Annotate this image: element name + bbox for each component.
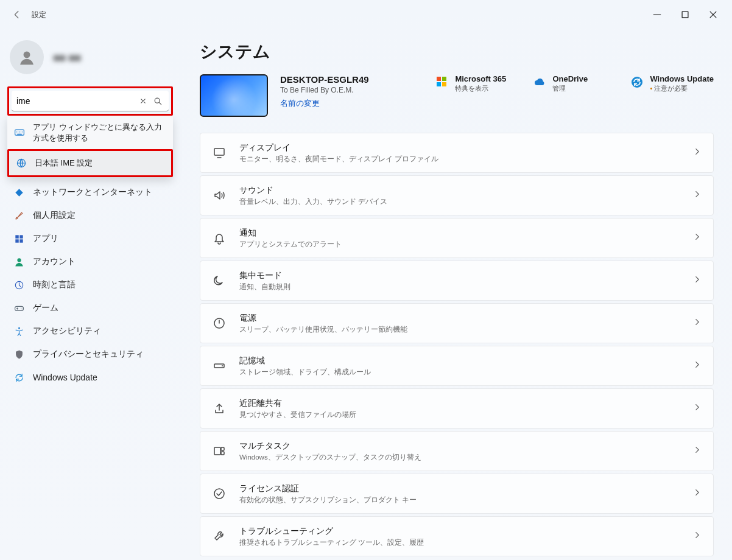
settings-item-title: 記憶域: [239, 355, 680, 366]
rename-link[interactable]: 名前の変更: [280, 98, 320, 109]
settings-item-subtitle: アプリとシステムでのアラート: [239, 240, 680, 249]
minimize-button[interactable]: [643, 5, 671, 24]
sidebar-item-label: アプリ: [33, 233, 58, 244]
page-title: システム: [200, 40, 714, 63]
shield-icon: [13, 349, 24, 360]
chevron-right-icon: [692, 189, 702, 201]
settings-item-title: 電源: [239, 313, 680, 324]
power-icon: [211, 315, 227, 331]
account-name: ■■ ■■: [54, 52, 81, 63]
nav-list: ネットワークとインターネット個人用設定アプリアカウント時刻と言語ゲームアクセシビ…: [6, 181, 183, 389]
service-title: Microsoft 365: [455, 74, 506, 83]
titlebar: 設定: [0, 0, 732, 29]
gamepad-icon: [13, 303, 24, 313]
update-icon: [13, 372, 24, 383]
service-subtitle: 特典を表示: [455, 84, 506, 93]
time-icon: [13, 279, 24, 290]
settings-item-title: トラブルシューティング: [239, 526, 680, 537]
pc-subtitle: To Be Filled By O.E.M.: [280, 86, 369, 94]
settings-item-title: 近距離共有: [239, 398, 680, 409]
chevron-right-icon: [692, 317, 702, 329]
settings-item[interactable]: ライセンス認証 有効化の状態、サブスクリプション、プロダクト キー: [200, 474, 714, 514]
settings-item[interactable]: 集中モード 通知、自動規則: [200, 261, 714, 301]
search-result-label: アプリ ウィンドウごとに異なる入力方式を使用する: [33, 122, 166, 143]
chevron-right-icon: [692, 232, 702, 244]
window-title: 設定: [32, 10, 46, 20]
sidebar-item-label: 時刻と言語: [33, 279, 76, 290]
chevron-right-icon: [692, 147, 702, 159]
service-card[interactable]: OneDrive 管理: [533, 74, 612, 93]
settings-item[interactable]: サウンド 音量レベル、出力、入力、サウンド デバイス: [200, 175, 714, 215]
search-icon[interactable]: [152, 95, 164, 107]
settings-item[interactable]: マルチタスク Windows、デスクトップのスナップ、タスクの切り替え: [200, 431, 714, 471]
brush-icon: [13, 210, 24, 221]
avatar: [10, 40, 44, 74]
account-block[interactable]: ■■ ■■: [6, 35, 183, 84]
settings-item-subtitle: スリープ、バッテリ使用状況、バッテリー節約機能: [239, 325, 680, 334]
settings-item-subtitle: 推奨されるトラブルシューティング ツール、設定、履歴: [239, 538, 680, 547]
person-icon: [13, 256, 24, 267]
settings-item-subtitle: 音量レベル、出力、入力、サウンド デバイス: [239, 197, 680, 206]
sidebar-item[interactable]: ネットワークとインターネット: [6, 181, 174, 204]
settings-item-title: ライセンス認証: [239, 483, 680, 494]
cloud-icon: [533, 75, 546, 89]
access-icon: [13, 326, 24, 337]
moon-icon: [211, 273, 227, 289]
chevron-right-icon: [692, 530, 702, 542]
settings-item-subtitle: 通知、自動規則: [239, 282, 680, 292]
search-highlight-frame: [7, 86, 173, 116]
settings-item[interactable]: ディスプレイ モニター、明るさ、夜間モード、ディスプレイ プロファイル: [200, 133, 714, 173]
sidebar-item-label: ゲーム: [33, 303, 58, 313]
settings-item[interactable]: トラブルシューティング 推奨されるトラブルシューティング ツール、設定、履歴: [200, 516, 714, 556]
service-title: Windows Update: [650, 74, 714, 83]
share-icon: [211, 401, 227, 416]
sidebar-item[interactable]: プライバシーとセキュリティ: [6, 343, 174, 366]
bell-icon: [211, 230, 227, 246]
service-title: OneDrive: [552, 74, 588, 83]
sidebar-item[interactable]: 時刻と言語: [6, 273, 174, 296]
settings-item[interactable]: 記憶域 ストレージ領域、ドライブ、構成ルール: [200, 346, 714, 386]
maximize-button[interactable]: [671, 5, 699, 24]
back-button[interactable]: [5, 2, 29, 27]
service-card[interactable]: Windows Update 注意が必要: [630, 74, 714, 93]
pc-header-row: DESKTOP-ESGLR49 To Be Filled By O.E.M. 名…: [200, 74, 714, 117]
service-subtitle: 注意が必要: [650, 84, 714, 93]
display-icon: [211, 145, 227, 161]
settings-item[interactable]: 近距離共有 見つけやすさ、受信ファイルの場所: [200, 388, 714, 429]
settings-item-title: マルチタスク: [239, 441, 680, 452]
settings-item-subtitle: モニター、明るさ、夜間モード、ディスプレイ プロファイル: [239, 155, 680, 164]
search-result-item[interactable]: アプリ ウィンドウごとに異なる入力方式を使用する: [7, 116, 173, 149]
sidebar-item[interactable]: アカウント: [6, 250, 174, 273]
search-input[interactable]: [16, 96, 135, 106]
sidebar-item[interactable]: ゲーム: [6, 296, 174, 320]
keyboard-icon: [13, 127, 26, 139]
settings-item-title: 通知: [239, 228, 680, 239]
search-result-highlight-frame: 日本語 IME 設定: [7, 149, 173, 177]
settings-item-subtitle: 有効化の状態、サブスクリプション、プロダクト キー: [239, 495, 680, 505]
globe-icon: [15, 157, 27, 169]
pc-thumbnail[interactable]: [200, 74, 268, 117]
sidebar-item[interactable]: 個人用設定: [6, 204, 174, 227]
chevron-right-icon: [692, 488, 702, 500]
sidebar-item[interactable]: アプリ: [6, 227, 174, 250]
service-card[interactable]: Microsoft 365 特典を表示: [435, 74, 515, 93]
searchbox[interactable]: [12, 91, 169, 111]
pc-name: DESKTOP-ESGLR49: [280, 74, 369, 85]
close-button[interactable]: [699, 5, 727, 24]
wrench-icon: [211, 528, 227, 544]
chevron-right-icon: [692, 360, 702, 372]
settings-item-subtitle: ストレージ領域、ドライブ、構成ルール: [239, 368, 680, 377]
sidebar: ■■ ■■ アプリ ウィンドウごとに異なる入力方式を使用する 日本語 IME 設…: [0, 29, 183, 560]
settings-item-subtitle: 見つけやすさ、受信ファイルの場所: [239, 410, 680, 419]
sidebar-item[interactable]: Windows Update: [6, 366, 174, 389]
check-icon: [211, 486, 227, 502]
clear-icon[interactable]: [137, 95, 149, 107]
settings-item[interactable]: 電源 スリープ、バッテリ使用状況、バッテリー節約機能: [200, 303, 714, 343]
chevron-right-icon: [692, 275, 702, 287]
search-result-item[interactable]: 日本語 IME 設定: [9, 151, 171, 175]
sidebar-item-label: アカウント: [33, 256, 76, 267]
sidebar-item-label: Windows Update: [33, 373, 97, 382]
update-icon: [630, 75, 644, 89]
settings-item[interactable]: 通知 アプリとシステムでのアラート: [200, 218, 714, 258]
sidebar-item[interactable]: アクセシビリティ: [6, 320, 174, 343]
